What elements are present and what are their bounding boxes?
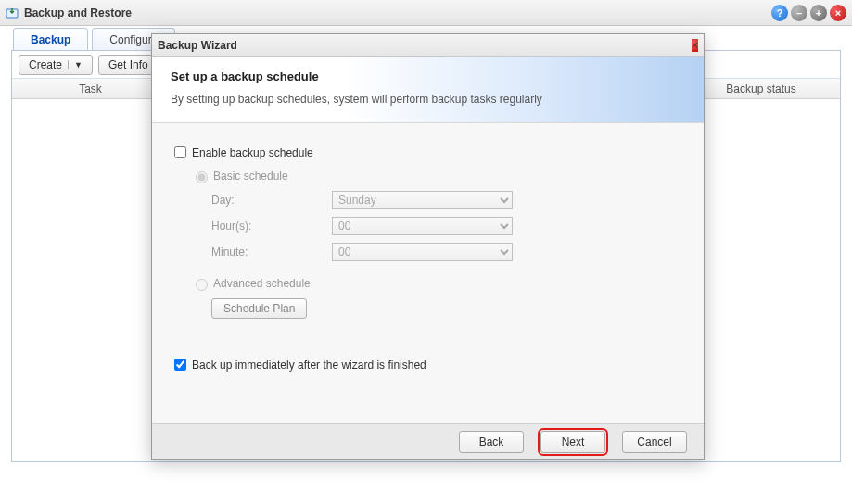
- app-icon: [6, 6, 19, 19]
- hour-label: Hour(s):: [211, 220, 332, 233]
- enable-schedule-checkbox[interactable]: [174, 146, 186, 158]
- minute-select: 00: [332, 243, 513, 261]
- wizard-body: Enable backup schedule Basic schedule Da…: [152, 123, 704, 423]
- minute-label: Minute:: [211, 246, 332, 258]
- advanced-schedule-row: Advanced schedule: [191, 276, 685, 291]
- tab-backup[interactable]: Backup: [13, 28, 88, 50]
- minute-row: Minute: 00: [211, 243, 685, 261]
- day-select: Sunday: [332, 191, 513, 209]
- cancel-button[interactable]: Cancel: [622, 431, 687, 453]
- schedule-plan-button: Schedule Plan: [211, 298, 307, 319]
- help-button[interactable]: ?: [771, 5, 788, 21]
- basic-schedule-label: Basic schedule: [213, 170, 288, 183]
- create-button[interactable]: Create ▼: [19, 55, 93, 75]
- get-info-label: Get Info: [108, 58, 148, 71]
- caret-down-icon: ▼: [68, 60, 83, 69]
- create-label: Create: [29, 58, 62, 71]
- schedule-plan-row: Schedule Plan: [211, 298, 685, 319]
- next-button[interactable]: Next: [540, 431, 605, 453]
- hour-select: 00: [332, 217, 513, 235]
- backup-wizard-dialog: Backup Wizard × Set up a backup schedule…: [151, 33, 705, 460]
- column-status: Backup status: [682, 79, 840, 98]
- column-task: Task: [12, 79, 170, 98]
- wizard-footer: Back Next Cancel: [152, 423, 704, 459]
- close-button[interactable]: ×: [830, 5, 846, 21]
- maximize-button[interactable]: +: [810, 5, 827, 21]
- wizard-subheading: By setting up backup schedules, system w…: [171, 93, 685, 106]
- day-label: Day:: [211, 194, 332, 207]
- immediate-backup-label: Back up immediately after the wizard is …: [192, 359, 426, 372]
- app-titlebar: Backup and Restore ? – + ×: [0, 0, 852, 26]
- wizard-heading: Set up a backup schedule: [171, 69, 685, 83]
- wizard-header: Set up a backup schedule By setting up b…: [152, 57, 704, 123]
- enable-schedule-label: Enable backup schedule: [192, 146, 313, 159]
- get-info-button[interactable]: Get Info: [98, 55, 159, 75]
- immediate-backup-checkbox[interactable]: [174, 359, 186, 371]
- basic-schedule-radio: [196, 171, 208, 183]
- minimize-button[interactable]: –: [791, 5, 807, 21]
- advanced-schedule-radio: [196, 279, 208, 291]
- enable-schedule-row: Enable backup schedule: [171, 144, 685, 161]
- day-row: Day: Sunday: [211, 191, 685, 209]
- hour-row: Hour(s): 00: [211, 217, 685, 235]
- basic-schedule-row: Basic schedule: [191, 169, 685, 183]
- immediate-backup-row: Back up immediately after the wizard is …: [171, 356, 685, 373]
- wizard-close-button[interactable]: ×: [692, 39, 698, 52]
- advanced-schedule-label: Advanced schedule: [213, 277, 311, 290]
- wizard-title: Backup Wizard: [158, 39, 237, 52]
- back-button[interactable]: Back: [459, 431, 524, 453]
- wizard-titlebar: Backup Wizard ×: [152, 34, 704, 57]
- app-title: Backup and Restore: [24, 6, 132, 19]
